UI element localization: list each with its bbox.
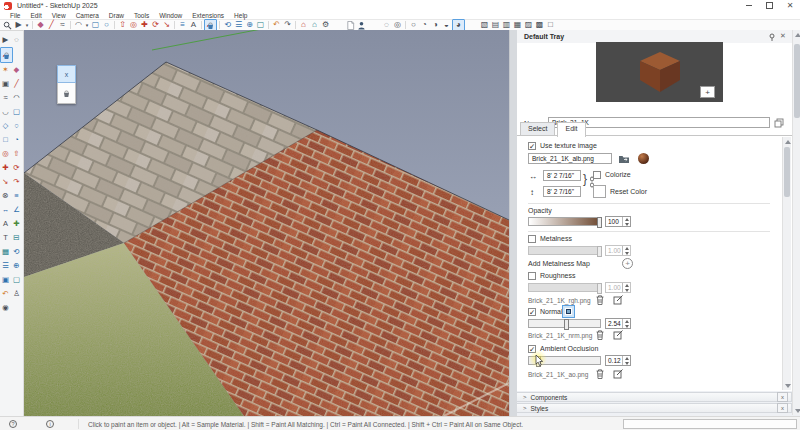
extension-warehouse-icon[interactable]: ⌂ (309, 20, 320, 30)
browse-texture-folder-icon[interactable] (618, 154, 630, 164)
extension-manager-icon[interactable]: ⚙ (320, 20, 331, 30)
right-view-icon[interactable]: ▦ (512, 20, 523, 30)
freehand-icon[interactable]: ≈ (0, 91, 11, 105)
move-icon[interactable]: ✚ (139, 20, 150, 30)
edit-normal-map-icon[interactable] (613, 330, 623, 340)
hidden-line-icon[interactable]: ◔ (419, 20, 430, 30)
wireframe-icon[interactable]: ○ (408, 20, 419, 30)
push-pull-icon[interactable]: ⇧ (117, 20, 128, 30)
previous-view-icon[interactable]: ↶ (0, 287, 11, 301)
menu-tools[interactable]: Tools (129, 12, 154, 19)
pan-icon[interactable]: ☰ (0, 259, 11, 273)
look-around-icon[interactable]: ◉ (0, 301, 11, 315)
eraser-icon[interactable]: ◆ (11, 63, 22, 77)
normal-spinner[interactable]: 2.54 (605, 318, 631, 329)
section-fill-icon[interactable]: ▦ (0, 245, 11, 259)
ambient-occlusion-checkbox[interactable] (528, 345, 536, 353)
metalness-checkbox[interactable] (528, 235, 536, 243)
orbit-icon[interactable]: ⟲ (222, 20, 233, 30)
ambient-occlusion-spinner[interactable]: 0.12 (605, 355, 631, 366)
axes-icon[interactable]: ✚ (11, 217, 22, 231)
iso-view-icon[interactable]: ▧ (479, 20, 490, 30)
search-icon[interactable] (2, 20, 13, 30)
push-pull-icon[interactable]: ⇧ (11, 147, 22, 161)
menu-help[interactable]: Help (229, 12, 252, 19)
paint-icon[interactable] (0, 47, 13, 63)
texture-width-input[interactable]: 8' 2 7/16" (543, 170, 581, 181)
front-view-icon[interactable]: ▥ (501, 20, 512, 30)
position-camera-icon[interactable]: ♙ (11, 287, 22, 301)
edit-roughness-map-icon[interactable] (613, 295, 623, 305)
measurements-box[interactable] (623, 419, 797, 429)
normal-checkbox[interactable] (528, 308, 536, 316)
menu-window[interactable]: Window (154, 12, 187, 19)
overlay-paint-icon[interactable] (57, 83, 76, 104)
monochrome-icon[interactable]: ◒ (441, 20, 452, 30)
pie-icon[interactable]: ◔ (11, 133, 22, 147)
viewport[interactable]: x (24, 30, 509, 416)
tab-select[interactable]: Select (520, 122, 555, 135)
styles-close-icon[interactable]: x (777, 403, 788, 413)
left-view-icon[interactable]: ▩ (534, 20, 545, 30)
two-point-arc-icon[interactable]: ◡ (0, 105, 11, 119)
texture-sphere-preview-icon[interactable] (638, 153, 649, 164)
scale-icon[interactable]: ↘ (161, 20, 172, 30)
zoom-icon[interactable]: ⊕ (244, 20, 255, 30)
zoom-icon[interactable]: ⊕ (11, 259, 22, 273)
select-icon[interactable]: ▶ (13, 20, 24, 30)
menu-view[interactable]: View (47, 12, 71, 19)
select-icon[interactable]: ▶ (0, 33, 11, 47)
colorize-checkbox[interactable] (593, 171, 601, 179)
opacity-spinner[interactable]: 100 (605, 216, 631, 227)
scale-icon[interactable]: ↘ (0, 175, 11, 189)
arc-icon[interactable]: ◠ (73, 20, 84, 30)
scroll-up-icon[interactable] (793, 30, 800, 38)
scroll-up-icon[interactable] (783, 137, 791, 145)
menu-camera[interactable]: Camera (71, 12, 104, 19)
use-texture-checkbox[interactable] (528, 142, 536, 150)
x-ray-icon[interactable]: ◌ (381, 20, 392, 30)
minimize-button[interactable] (740, 0, 758, 11)
close-button[interactable]: ✕ (781, 0, 799, 11)
ambient-occlusion-slider[interactable] (528, 356, 601, 365)
back-view-icon[interactable]: ▨ (523, 20, 534, 30)
rotate-icon[interactable]: ⟳ (150, 20, 161, 30)
shaded-icon[interactable]: ◑ (430, 20, 441, 30)
circle-icon[interactable]: ○ (11, 119, 22, 133)
line-icon[interactable]: ╱ (11, 77, 22, 91)
eraser-icon[interactable]: ◆ (35, 20, 46, 30)
polygon-icon[interactable]: □ (0, 133, 11, 147)
bottom-view-icon[interactable]: □ (545, 20, 556, 30)
menu-file[interactable]: File (5, 12, 25, 19)
zoom-extents-icon[interactable]: ▢ (11, 273, 22, 287)
circle-icon[interactable]: ○ (101, 20, 112, 30)
rotate-icon[interactable]: ⟳ (11, 161, 22, 175)
delete-ao-map-icon[interactable] (596, 369, 604, 379)
line-icon[interactable]: ╱ (46, 20, 57, 30)
color-swatch[interactable] (593, 185, 606, 198)
rectangle-icon[interactable]: ▢ (11, 105, 22, 119)
scroll-down-icon[interactable] (783, 382, 791, 390)
freehand-icon[interactable]: ≈ (57, 20, 68, 30)
delete-roughness-map-icon[interactable] (596, 295, 604, 305)
protractor-icon[interactable]: ∠ (11, 203, 22, 217)
scrollbar-thumb[interactable] (784, 147, 790, 197)
preview-expand-button[interactable]: + (700, 86, 715, 98)
normal-slider[interactable] (528, 319, 601, 328)
arc-icon[interactable]: ◠ (11, 91, 22, 105)
new-document-icon[interactable] (345, 20, 356, 30)
roughness-checkbox[interactable] (528, 272, 536, 280)
texture-height-input[interactable]: 8' 2 7/16" (543, 186, 581, 197)
text-icon[interactable]: A (188, 20, 199, 30)
orbit-icon[interactable]: ⟲ (11, 245, 22, 259)
3d-warehouse-icon[interactable]: ⌂ (298, 20, 309, 30)
normal-map-preview-icon[interactable] (562, 305, 575, 318)
offset-icon[interactable]: ◎ (0, 147, 11, 161)
styles-section[interactable]: > Styles x (517, 403, 792, 413)
top-view-icon[interactable]: ▤ (490, 20, 501, 30)
copy-icon[interactable] (774, 118, 784, 128)
geolocation-icon[interactable]: ? (9, 420, 17, 428)
components-close-icon[interactable]: x (777, 392, 788, 402)
delete-normal-map-icon[interactable] (596, 330, 604, 340)
back-edges-icon[interactable]: ◎ (392, 20, 403, 30)
